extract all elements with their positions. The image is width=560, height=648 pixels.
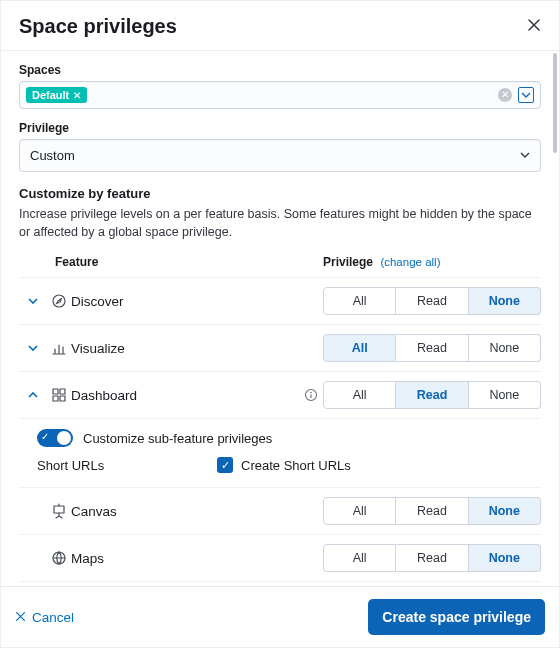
barchart-icon [47, 340, 71, 356]
privilege-all-button[interactable]: All [323, 287, 396, 315]
col-privilege: Privilege (change all) [323, 255, 541, 269]
privilege-none-button[interactable]: None [469, 497, 541, 525]
space-pill-label: Default [32, 89, 69, 101]
privilege-none-button[interactable]: None [469, 334, 541, 362]
feature-row: CanvasAllReadNone [19, 487, 541, 534]
feature-name: Visualize [71, 341, 299, 356]
privilege-label: Privilege [19, 121, 541, 135]
customize-subfeature-label: Customize sub-feature privileges [83, 431, 272, 446]
privilege-button-group: AllReadNone [323, 381, 541, 409]
spaces-dropdown-icon[interactable] [518, 87, 534, 103]
feature-table: Feature Privilege (change all) DiscoverA… [19, 255, 541, 586]
feature-row: MapsAllReadNone [19, 534, 541, 581]
subfeature-option: ✓Create Short URLs [217, 457, 541, 473]
flyout-header: Space privileges [1, 1, 559, 50]
dashboard-subfeatures: ✓Customize sub-feature privilegesShort U… [19, 418, 541, 487]
info-icon[interactable] [299, 388, 323, 402]
privilege-read-button[interactable]: Read [396, 381, 468, 409]
cancel-label: Cancel [32, 610, 74, 625]
customize-title: Customize by feature [19, 186, 541, 201]
customize-subfeature-switch[interactable]: ✓ [37, 429, 73, 447]
privilege-button-group: AllReadNone [323, 287, 541, 315]
feature-name: Discover [71, 294, 299, 309]
privilege-none-button[interactable]: None [469, 544, 541, 572]
feature-row: DashboardAllReadNone [19, 371, 541, 418]
feature-row: MetricsAllReadNone [19, 581, 541, 586]
privilege-select[interactable]: Custom [19, 139, 541, 172]
privilege-all-button[interactable]: All [323, 497, 396, 525]
subfeature-row: Short URLs✓Create Short URLs [19, 457, 541, 483]
cancel-button[interactable]: Cancel [15, 610, 74, 625]
feature-row: DiscoverAllReadNone [19, 277, 541, 324]
privilege-read-button[interactable]: Read [396, 287, 468, 315]
feature-name: Dashboard [71, 388, 299, 403]
remove-space-icon[interactable]: ✕ [73, 90, 81, 101]
privilege-all-button[interactable]: All [323, 381, 396, 409]
privilege-none-button[interactable]: None [469, 287, 541, 315]
privilege-all-button[interactable]: All [323, 334, 396, 362]
easel-icon [47, 503, 71, 519]
close-icon [15, 610, 26, 625]
compass-icon [47, 293, 71, 309]
privilege-button-group: AllReadNone [323, 334, 541, 362]
page-title: Space privileges [19, 15, 177, 38]
svg-rect-2 [60, 389, 65, 394]
subfeature-toggle-row: ✓Customize sub-feature privileges [19, 429, 541, 457]
svg-rect-4 [60, 396, 65, 401]
privilege-button-group: AllReadNone [323, 544, 541, 572]
create-short-urls-checkbox[interactable]: ✓ [217, 457, 233, 473]
change-all-link[interactable]: (change all) [380, 256, 440, 268]
expand-toggle[interactable] [19, 296, 47, 306]
flyout-body: Spaces Default ✕ ✕ Privilege Custom Cust… [1, 51, 559, 586]
create-short-urls-label: Create Short URLs [241, 458, 351, 473]
space-privileges-flyout: Space privileges Spaces Default ✕ ✕ Priv… [0, 0, 560, 648]
privilege-none-button[interactable]: None [469, 381, 541, 409]
privilege-button-group: AllReadNone [323, 497, 541, 525]
col-privilege-label: Privilege [323, 255, 373, 269]
svg-rect-3 [53, 396, 58, 401]
svg-rect-7 [54, 506, 64, 513]
svg-point-6 [310, 392, 312, 394]
spaces-combobox[interactable]: Default ✕ ✕ [19, 81, 541, 109]
table-header: Feature Privilege (change all) [19, 255, 541, 277]
svg-rect-1 [53, 389, 58, 394]
privilege-read-button[interactable]: Read [396, 497, 468, 525]
feature-row: VisualizeAllReadNone [19, 324, 541, 371]
dashboard-icon [47, 387, 71, 403]
clear-spaces-icon[interactable]: ✕ [498, 88, 512, 102]
chevron-down-icon [520, 148, 530, 163]
spaces-label: Spaces [19, 63, 541, 77]
flyout-footer: Cancel Create space privilege [1, 586, 559, 647]
expand-toggle[interactable] [19, 343, 47, 353]
privilege-read-button[interactable]: Read [396, 334, 468, 362]
close-icon[interactable] [527, 18, 541, 35]
scrollbar[interactable] [553, 53, 557, 153]
privilege-select-value: Custom [30, 148, 75, 163]
space-pill-default[interactable]: Default ✕ [26, 87, 87, 103]
subfeature-group-label: Short URLs [37, 458, 217, 473]
globe-icon [47, 550, 71, 566]
feature-name: Maps [71, 551, 299, 566]
privilege-read-button[interactable]: Read [396, 544, 468, 572]
expand-toggle[interactable] [19, 390, 47, 400]
col-feature: Feature [55, 255, 323, 269]
privilege-all-button[interactable]: All [323, 544, 396, 572]
customize-desc: Increase privilege levels on a per featu… [19, 205, 541, 241]
feature-name: Canvas [71, 504, 299, 519]
create-space-privilege-button[interactable]: Create space privilege [368, 599, 545, 635]
